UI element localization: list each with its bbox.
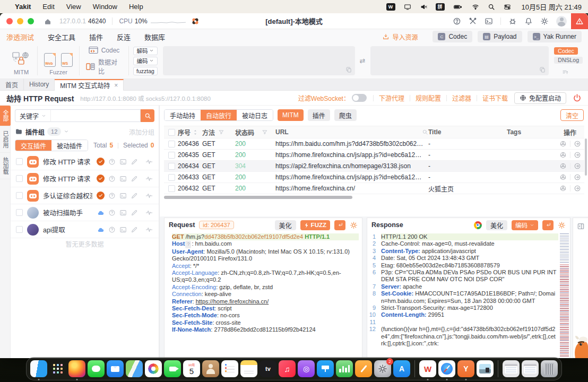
table-row[interactable]: 206435 GET 200 https://home.firefoxchina… [164,150,584,161]
dock-minimized-window[interactable] [522,360,539,377]
tab-mitm[interactable]: MITM 交互式劫持× [55,79,124,91]
row-checkbox[interactable] [168,152,175,159]
beautify-button[interactable]: 美化 [486,220,507,230]
rules-config-link[interactable]: 规则配置 [416,93,441,102]
notification-bell-icon[interactable] [524,17,533,25]
tab-history[interactable]: History [24,79,55,90]
dock-keynote[interactable] [317,360,334,377]
no-config-start-button[interactable]: 免配置启动 [514,92,566,104]
plugin-checkbox[interactable] [16,158,23,165]
row-checkbox[interactable] [168,163,175,170]
dock-notes[interactable] [240,360,257,377]
plugin-checkbox[interactable] [16,192,23,199]
fuzzer-tools[interactable]: Web WS Fuzzer [38,46,80,75]
close-window-button[interactable] [6,18,13,24]
select-all-checkbox[interactable] [168,129,175,136]
tools-icon[interactable] [469,17,477,25]
home-icon[interactable] [44,17,52,25]
chrome-icon[interactable] [474,221,482,229]
newline-button[interactable] [334,220,345,230]
encode-dropdown[interactable]: 编码 [133,57,158,65]
terminal-icon[interactable] [119,158,127,166]
row-checkbox[interactable] [168,185,175,192]
help-icon[interactable] [108,175,116,183]
plugin-row[interactable]: 修改 HTTP 请求 He... [11,170,159,187]
edit-icon[interactable] [131,226,138,233]
wps-status-icon[interactable]: W [386,3,395,11]
dock-contacts[interactable] [202,360,219,377]
mute-icon[interactable] [420,3,428,11]
execute-waveform-icon[interactable] [145,192,153,199]
tab-interactive-plugins[interactable]: 交互插件 [15,140,51,151]
wifi-icon[interactable] [471,3,480,10]
display-icon[interactable] [403,3,412,11]
open-in-browser-icon[interactable] [559,151,567,159]
dock-podcasts[interactable]: ◎ [298,360,315,377]
goto-detail-icon[interactable] [574,162,581,170]
dock-pages[interactable] [355,360,372,377]
nav-security-tools[interactable]: 安全工具 [48,32,75,42]
execute-waveform-icon[interactable] [145,175,153,183]
table-horizontal-scrollbar[interactable] [164,196,352,199]
plugin-row[interactable]: 被动扫描助手 [11,204,159,221]
newline-button[interactable] [542,220,554,230]
codec-tool[interactable]: Codec [89,46,120,54]
execute-waveform-icon[interactable] [145,226,153,233]
dock-mail[interactable] [107,360,124,377]
dock-minimized-window[interactable] [503,360,520,377]
dock-numbers[interactable] [336,360,353,377]
goto-detail-icon[interactable] [574,151,581,159]
copy-icon[interactable] [345,66,352,73]
row-checkbox[interactable] [168,174,175,181]
cert-download-link[interactable]: 证书下载 [482,93,508,102]
dock-safari[interactable] [438,360,455,377]
payload-quick-button[interactable]: ▤Payload [478,31,522,42]
terminal-icon[interactable] [119,226,127,233]
menu-help[interactable]: Help [129,3,143,11]
close-icon[interactable]: × [114,82,118,89]
dock-preview[interactable] [477,360,494,377]
edit-icon[interactable] [131,209,138,216]
response-editor[interactable]: 1HTTP/1.1 200 OK 2Cache-Control: max-age… [367,232,570,358]
filter-link[interactable]: 过滤器 [452,93,471,102]
table-vertical-scrollbar[interactable] [585,138,587,176]
goto-detail-icon[interactable] [574,173,581,181]
decode-dropdown[interactable]: 解码 [133,47,158,55]
execute-waveform-icon[interactable] [145,158,153,166]
dock-reminders[interactable] [221,360,238,377]
view-tab-crawler[interactable]: 爬虫 [334,109,357,121]
settings-gear-icon[interactable] [540,17,549,25]
filter-funnel-icon[interactable] [218,129,224,135]
goto-detail-icon[interactable] [574,185,581,192]
dock-firefox[interactable] [68,360,85,377]
clear-button[interactable]: 清空 [560,109,584,121]
plugin-row[interactable]: 多认证综合越权测试 [11,187,159,204]
battery-icon[interactable] [453,3,463,11]
side-tab-codec[interactable]: Codec [554,47,577,55]
bug-icon[interactable] [508,17,517,25]
editor-minimap[interactable] [560,233,569,357]
input-method-icon[interactable]: 拼 [436,3,445,11]
filter-websocket-toggle[interactable] [352,94,367,102]
open-in-browser-icon[interactable] [559,185,567,192]
help-icon[interactable] [108,192,116,199]
editor-settings-icon[interactable] [350,221,358,229]
encode-dropdown-button[interactable]: 编码 [512,220,538,230]
host-hint-icon[interactable]: ? [185,241,191,248]
codec-output-area[interactable] [370,46,549,75]
web-fuzzer-icon[interactable]: Web [44,53,56,67]
open-in-browser-icon[interactable] [559,140,567,147]
plugin-search-button[interactable] [141,109,154,122]
yak-runner-quick-button[interactable]: >_Yak Runner [528,31,582,42]
nav-pentest[interactable]: 渗透测试 [6,32,34,42]
terminal-icon[interactable] [119,209,127,216]
terminal-icon[interactable] [119,175,127,183]
dock-music[interactable]: ♫ [279,360,296,377]
mode-auto-pass[interactable]: 自动放行 [201,110,237,120]
row-checkbox[interactable] [168,141,175,147]
beautify-button[interactable]: 美化 [275,220,296,230]
dock-photos[interactable] [145,360,162,377]
dock-wps[interactable]: W [419,360,436,377]
dock-trash[interactable] [541,360,558,377]
nav-database[interactable]: 数据库 [144,32,165,42]
